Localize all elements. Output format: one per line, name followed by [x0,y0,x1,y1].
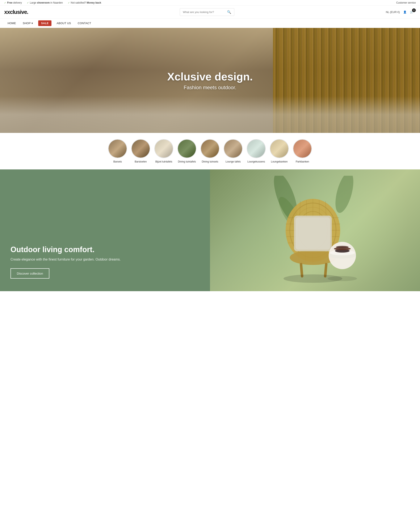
nav-contact[interactable]: CONTACT [74,19,95,28]
promo-left: Outdoor living comfort. Create elegance … [0,169,210,291]
top-bar-showroom: ✓ Large showroom in Naarden [27,1,63,4]
nav-home[interactable]: HOME [4,19,19,28]
category-circle-lounge-tafels [224,139,243,158]
category-loungebanken[interactable]: Loungebanken [270,139,289,163]
category-circle-bijzet [154,139,173,158]
header: xxclusive. 🔍 NL (EUR €) 👤 🛒0 [0,6,420,19]
category-label-lounge-tafels: Lounge tafels [226,160,241,163]
search-bar[interactable]: 🔍 [180,8,234,16]
search-input[interactable] [183,10,227,14]
category-circle-loungekussens [247,139,266,158]
user-icon[interactable]: 👤 [403,10,407,14]
category-label-barsets: Barsets [114,160,122,163]
currency-selector[interactable]: NL (EUR €) [386,10,400,14]
category-label-loungebanken: Loungebanken [271,160,288,163]
category-bijzet[interactable]: Bijzet tuintafels [154,139,173,163]
category-circle-dining-tuinsets [201,139,219,158]
top-bar-moneyback: ✓ Not satisfied? Money back [68,1,101,4]
category-label-bijzet: Bijzet tuintafels [155,160,172,163]
category-circle-loungebanken [270,139,289,158]
promo-title: Outdoor living comfort. [10,245,200,254]
nav-sale[interactable]: SALE [38,20,52,26]
main-nav: HOME SHOP ▾ SALE ABOUT US CONTACT [0,19,420,28]
category-image-loungebanken [270,140,288,158]
category-label-dining-tafels: Dining tuintafels [178,160,196,163]
logo-x: x [4,9,7,15]
hero-text: Xclusive design. Fashion meets outdoor. [167,70,253,90]
top-bar-left: ✓ Free delivery ✓ Large showroom in Naar… [4,1,101,4]
rattan-furniture-visual [210,169,420,291]
check-icon: ✓ [27,1,29,4]
category-circle-barsets [108,139,127,158]
hero-subtitle: Fashion meets outdoor. [167,85,253,90]
rattan-chair-svg [273,176,357,285]
category-barsets[interactable]: Barsets [108,139,127,163]
discover-collection-button[interactable]: Discover collection [10,268,49,279]
category-dining-tuinsets[interactable]: Dining tuinsets [201,139,219,163]
svg-point-26 [336,246,349,248]
promo-section: Outdoor living comfort. Create elegance … [0,169,420,291]
cart-badge: 0 [412,9,416,12]
category-label-dining-tuinsets: Dining tuinsets [202,160,219,163]
top-bar: ✓ Free delivery ✓ Large showroom in Naar… [0,0,420,6]
hero-banner: Xclusive design. Fashion meets outdoor. [0,28,420,133]
svg-rect-20 [296,217,330,250]
category-loungekussens[interactable]: Loungekussens [247,139,266,163]
svg-point-1 [332,176,357,215]
logo[interactable]: xxclusive. [4,9,28,15]
promo-right-image [210,169,420,291]
category-image-lounge-tafels [224,140,242,158]
category-lounge-tafels[interactable]: Lounge tafels [224,139,243,163]
promo-description: Create elegance with the finest furnitur… [10,257,200,262]
category-barstoelen[interactable]: Barstoelen [131,139,150,163]
category-image-dining-tuinsets [201,140,219,158]
check-icon: ✓ [4,1,6,4]
category-image-loungekussens [247,140,265,158]
category-image-barstoelen [132,140,150,158]
check-icon: ✓ [68,1,70,4]
search-icon: 🔍 [227,10,231,14]
hero-title: Xclusive design. [167,70,253,83]
category-image-parkbanken [293,140,311,158]
hero-ground [0,96,420,133]
category-label-loungekussens: Loungekussens [247,160,265,163]
category-image-bijzet [155,140,173,158]
category-circle-barstoelen [131,139,150,158]
category-parkbanken[interactable]: Parkbanken [293,139,312,163]
category-circle-parkbanken [293,139,312,158]
category-label-parkbanken: Parkbanken [296,160,309,163]
cart-icon[interactable]: 🛒0 [410,10,416,14]
category-circle-dining-tafels [177,139,196,158]
svg-point-30 [328,276,357,281]
customer-service-link[interactable]: Customer service [396,1,416,4]
chevron-down-icon: ▾ [32,22,33,25]
category-label-barstoelen: Barstoelen [135,160,147,163]
nav-shop[interactable]: SHOP ▾ [19,19,36,28]
category-image-barsets [109,140,127,158]
category-circles: Barsets Barstoelen Bijzet tuintafels Din… [0,133,420,169]
logo-text: xclusive. [7,9,28,15]
category-dining-tuintafels[interactable]: Dining tuintafels [177,139,196,163]
top-bar-delivery: ✓ Free delivery [4,1,22,4]
header-right: NL (EUR €) 👤 🛒0 [386,10,416,14]
nav-about[interactable]: ABOUT US [53,19,74,28]
category-image-dining-tafels [178,140,196,158]
